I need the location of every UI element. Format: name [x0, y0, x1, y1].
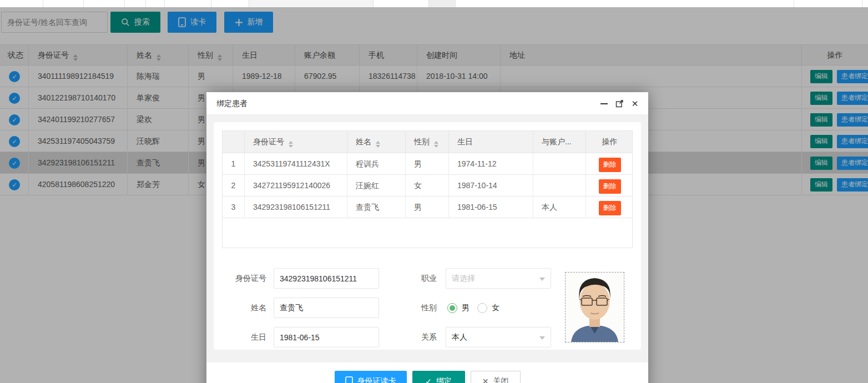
top-tab-strip[interactable] [0, 0, 868, 7]
cell-index: 3 [223, 196, 245, 218]
tab-divider [43, 0, 43, 7]
tab-divider [249, 0, 249, 7]
tab-segment[interactable] [428, 0, 455, 7]
modal-title: 绑定患者 [216, 92, 248, 115]
cell-name: 程训兵 [347, 153, 406, 175]
radio-dot-icon [477, 303, 487, 313]
bound-patient-row[interactable]: 1 34253119741112431X 程训兵 男 1974-11-12 删除 [223, 153, 632, 175]
occupation-select[interactable]: 请选择 [446, 268, 551, 289]
name-label: 姓名 [214, 298, 266, 318]
gender-female-radio[interactable]: 女 [477, 303, 499, 313]
tab-divider [862, 0, 862, 7]
maximize-icon[interactable] [615, 99, 624, 108]
portrait-image [566, 273, 624, 342]
gender-label: 性别 [390, 298, 437, 318]
bound-patient-row[interactable]: 3 342923198106151211 查贵飞 男 1981-06-15 本人… [223, 196, 632, 218]
chevron-down-icon [539, 336, 545, 340]
cell-relation [533, 153, 586, 175]
name-field[interactable] [274, 298, 379, 318]
cell-birthday: 1974-11-12 [449, 153, 533, 175]
delete-button[interactable]: 删除 [599, 179, 621, 194]
sort-icon[interactable] [376, 141, 380, 148]
col-id-number[interactable]: 身份证号 [245, 131, 347, 153]
chevron-down-icon [539, 278, 545, 281]
gender-female-label: 女 [492, 303, 499, 313]
tab-divider [428, 0, 429, 7]
sort-icon[interactable] [434, 141, 438, 148]
check-icon: ✓ [425, 377, 432, 383]
close-x-icon: ✕ [482, 377, 489, 383]
bound-patients-header: 身份证号 姓名 性别 生日 与账户... 操作 [223, 131, 632, 153]
gender-male-radio[interactable]: 男 [447, 303, 470, 313]
col-account-relation: 与账户... [533, 131, 586, 153]
col-gender[interactable]: 性别 [406, 131, 449, 153]
cell-index: 2 [223, 175, 245, 196]
col-name[interactable]: 姓名 [347, 131, 406, 153]
tab-divider [455, 0, 456, 7]
bound-patients-table: 身份证号 姓名 性别 生日 与账户... 操作 1 34253119741112… [222, 130, 633, 248]
cell-actions: 删除 [586, 175, 633, 196]
cell-gender: 男 [406, 153, 449, 175]
cell-index: 1 [223, 153, 245, 175]
cell-gender: 女 [406, 175, 449, 196]
tab-divider [124, 0, 125, 7]
relation-value: 本人 [452, 332, 467, 341]
sort-icon[interactable] [289, 141, 293, 148]
occupation-placeholder: 请选择 [452, 274, 475, 283]
delete-button[interactable]: 删除 [599, 201, 621, 215]
cell-id-number: 34253119741112431X [245, 153, 347, 175]
cell-id-number: 342923198106151211 [245, 196, 347, 218]
cell-relation: 本人 [533, 196, 586, 218]
radio-dot-icon [447, 303, 457, 313]
birthday-field[interactable] [274, 327, 379, 347]
relation-label: 关系 [390, 327, 437, 347]
close-label: 关闭 [493, 376, 508, 383]
tab-divider [211, 0, 211, 7]
minimize-icon[interactable] [599, 99, 608, 108]
tab-divider [164, 0, 165, 7]
cell-relation [533, 175, 586, 196]
tab-divider [794, 0, 794, 7]
delete-button[interactable]: 删除 [599, 158, 621, 172]
modal-title-bar[interactable]: 绑定患者 ✕ [206, 92, 648, 115]
birthday-label: 生日 [214, 327, 266, 347]
tab-segment-active[interactable] [249, 0, 373, 7]
close-button[interactable]: ✕ 关闭 [471, 371, 521, 383]
bind-label: 绑定 [436, 376, 452, 383]
col-birthday: 生日 [449, 131, 533, 153]
cell-name: 查贵飞 [347, 196, 406, 218]
tab-divider [373, 0, 374, 7]
id-number-label: 身份证号 [214, 268, 266, 289]
patient-photo [565, 272, 624, 342]
cell-id-number: 342721195912140026 [245, 175, 347, 196]
bound-patient-row[interactable]: 2 342721195912140026 汪婉红 女 1987-10-14 删除 [223, 175, 632, 196]
occupation-label: 职业 [390, 268, 437, 289]
bind-button[interactable]: ✓ 绑定 [412, 371, 465, 383]
cell-birthday: 1981-06-15 [449, 196, 533, 218]
id-number-field[interactable] [274, 268, 379, 289]
modal-content-card: 身份证号 姓名 性别 生日 与账户... 操作 1 34253119741112… [214, 122, 641, 350]
cell-actions: 删除 [586, 153, 633, 175]
tab-divider [83, 0, 84, 7]
col-index [223, 131, 245, 153]
gender-male-label: 男 [462, 303, 470, 313]
modal-footer: 身份证读卡 ✓ 绑定 ✕ 关闭 [206, 362, 648, 383]
relation-select[interactable]: 本人 [446, 327, 551, 347]
cell-actions: 删除 [586, 196, 633, 218]
cell-birthday: 1987-10-14 [449, 175, 533, 196]
gender-radio-group: 男 女 [447, 298, 499, 318]
card-reader-icon [345, 376, 353, 383]
bound-patients-body: 1 34253119741112431X 程训兵 男 1974-11-12 删除… [223, 153, 632, 218]
close-icon[interactable]: ✕ [630, 99, 639, 108]
id-card-read-label: 身份证读卡 [357, 376, 396, 383]
tab-divider [145, 0, 146, 7]
col-actions: 操作 [586, 131, 633, 153]
cell-name: 汪婉红 [347, 175, 406, 196]
cell-gender: 男 [406, 196, 449, 218]
id-card-read-button[interactable]: 身份证读卡 [335, 371, 407, 383]
bind-patient-modal: 绑定患者 ✕ 身份证号 姓名 性别 生日 与账户... 操作 1 342 [206, 92, 648, 383]
